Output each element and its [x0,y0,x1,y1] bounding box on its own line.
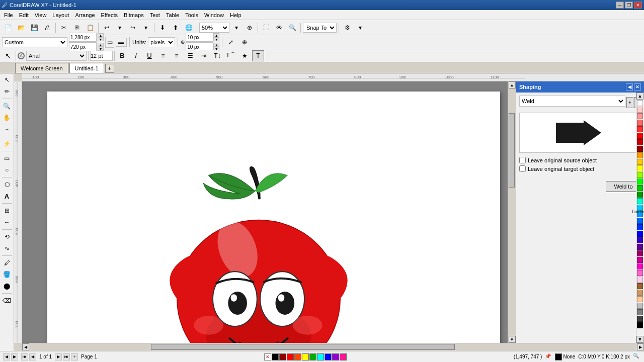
copy-button[interactable]: ⎘ [71,22,83,33]
freehand-tool[interactable]: ✏ [1,86,13,97]
scroll-up-btn[interactable]: ▲ [509,81,516,88]
polygon-tool[interactable]: ⬡ [1,179,13,190]
color-swatch-green[interactable] [309,353,316,360]
palette-color-swatch[interactable] [637,185,643,191]
palette-color-swatch[interactable] [637,270,643,276]
palette-color-swatch[interactable] [637,303,643,309]
palette-color-swatch[interactable] [637,263,643,269]
menu-effects[interactable]: Effects [98,10,121,20]
palette-up-btn[interactable]: ▲ [636,93,643,100]
nudge1-down[interactable]: ▼ [213,37,219,41]
height-up[interactable]: ▲ [98,43,104,47]
palette-color-swatch[interactable] [637,126,643,132]
select-tool-btn[interactable]: ↖ [2,50,14,61]
first-page-btn[interactable]: ⏮ [21,353,28,360]
menu-arrange[interactable]: Arrange [72,10,98,20]
palette-color-swatch[interactable] [637,277,643,283]
color-swatch-black[interactable] [272,353,279,360]
palette-color-swatch[interactable] [637,296,643,302]
next-page-btn[interactable]: ▶ [55,353,62,360]
smart-tool[interactable]: ⚡ [1,138,13,149]
palette-color-swatch[interactable] [637,218,643,224]
nudge1-up[interactable]: ▲ [213,33,219,37]
scroll-right-btn[interactable]: ▶ [637,343,644,350]
palette-color-swatch[interactable] [637,152,643,158]
import-button[interactable]: ⬇ [156,22,169,33]
shaping-mode-select[interactable]: Weld Trim Intersect [519,96,625,107]
menu-view[interactable]: View [32,10,50,20]
preset-select[interactable]: Custom [2,37,67,47]
tab-welcome[interactable]: Welcome Screen [15,63,68,73]
export-button[interactable]: ⬆ [170,22,182,33]
color-swatch-violet[interactable] [332,353,339,360]
underline-btn[interactable]: U [143,50,155,61]
options-button[interactable]: ⚙ [341,22,353,33]
color-swatch-yellow[interactable] [302,353,309,360]
bold-btn[interactable]: B [116,50,128,61]
view2-button[interactable]: 🔍 [286,22,298,33]
scroll-left-btn[interactable]: ◀ [22,343,29,350]
minimize-button[interactable]: ─ [616,2,624,9]
next-view-btn[interactable]: ▶ [11,353,18,360]
snap-select[interactable]: Snap To [303,23,337,33]
palette-color-swatch[interactable] [637,172,643,178]
palette-color-swatch[interactable] [637,100,643,106]
palette-color-swatch[interactable] [637,139,643,145]
add-page-btn[interactable]: ⊕ [238,37,251,48]
menu-text[interactable]: Text [147,10,163,20]
align-left-btn[interactable]: ≡ [157,50,169,61]
palette-color-swatch[interactable] [637,290,643,296]
undo-dropdown[interactable]: ▾ [114,22,126,33]
prev-view-btn[interactable]: ◀ [3,353,10,360]
zoom-in-button[interactable]: ⊕ [244,22,256,33]
palette-color-swatch[interactable] [637,309,643,315]
color-swatch-cyan[interactable] [317,353,324,360]
vertical-scrollbar[interactable]: ▲ ▼ [508,81,516,343]
options-dropdown[interactable]: ▾ [354,22,366,33]
smart-fill-tool[interactable]: ⬤ [1,281,13,292]
menu-table[interactable]: Table [163,10,182,20]
connector-tool[interactable]: ⟲ [1,231,13,242]
width-up[interactable]: ▲ [98,33,104,37]
menu-layout[interactable]: Layout [49,10,72,20]
text-caps-btn[interactable]: ★ [238,50,251,61]
add-page-status-btn[interactable]: + [71,353,78,360]
palette-color-swatch[interactable] [637,198,643,204]
palette-color-swatch[interactable] [637,316,643,322]
tab-untitled1[interactable]: Untitled-1 [69,63,104,73]
text-tool[interactable]: A [1,191,13,202]
shaping-expand-btn[interactable]: + [626,97,633,108]
palette-color-swatch[interactable] [637,178,643,185]
units-select[interactable]: pixels inches mm [148,37,175,47]
palette-color-swatch[interactable] [637,146,643,152]
zoom-tool[interactable]: 🔍 [1,101,13,112]
last-page-btn[interactable]: ⏭ [63,353,70,360]
palette-color-swatch[interactable] [637,231,643,237]
palette-color-swatch[interactable] [637,237,643,243]
palette-color-swatch[interactable] [637,133,643,139]
font-select[interactable]: Arial [26,51,87,61]
width-down[interactable]: ▼ [98,37,104,41]
dimension-tool[interactable]: ↔ [1,217,13,228]
palette-color-swatch[interactable] [637,107,643,113]
text-options-btn[interactable]: T [252,50,264,61]
publish-button[interactable]: 🌐 [183,22,195,33]
menu-tools[interactable]: Tools [182,10,201,20]
text-path-btn[interactable]: T⌒ [225,50,237,61]
table-tool[interactable]: ⊞ [1,205,13,216]
menu-bitmaps[interactable]: Bitmaps [121,10,147,20]
titlebar-controls[interactable]: ─ ❐ ✕ [616,2,642,9]
panel-arrow-btn[interactable]: ◀ [626,83,633,90]
menu-help[interactable]: Help [227,10,245,20]
font-size-input[interactable] [90,51,113,61]
horizontal-scrollbar[interactable]: ◀ ▶ [22,343,644,351]
fill-tool[interactable]: 🪣 [1,269,13,280]
portrait-btn[interactable]: ▭ [105,37,114,48]
zoom-select[interactable]: 50% 25% 75% 100% [199,23,229,33]
color-swatch-blue[interactable] [325,353,332,360]
color-swatch-darkred[interactable] [279,353,286,360]
pick-tool[interactable]: ↖ [1,74,13,85]
bullets-btn[interactable]: ☰ [184,50,196,61]
panel-close-btn[interactable]: ✕ [634,83,641,90]
cut-button[interactable]: ✂ [58,22,70,33]
